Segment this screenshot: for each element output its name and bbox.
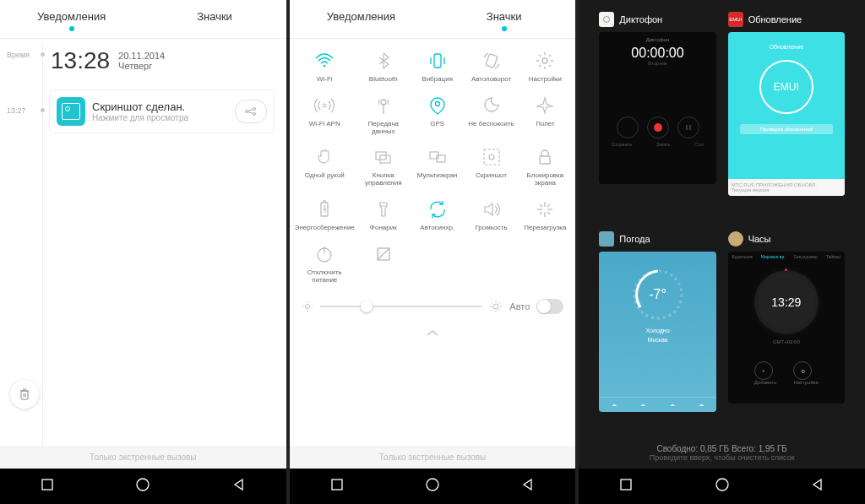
recent-app-dictaphone[interactable]: Диктофон Диктофон 00:00:00 Вторник Сохра… (599, 12, 715, 219)
svg-line-56 (499, 302, 501, 304)
back-button[interactable] (231, 477, 247, 496)
auto-brightness-switch[interactable] (536, 299, 563, 314)
toggle-label: Вибрация (422, 76, 453, 84)
toggle-theme[interactable] (356, 239, 411, 290)
toggle-label: GPS (430, 121, 444, 128)
toggle-volume[interactable]: Громкость (465, 194, 519, 237)
toggle-poweroff[interactable]: Отключить питание (293, 239, 356, 290)
recent-app-update[interactable]: EMUI Обновление Обновление EMUI Проверка… (728, 12, 845, 219)
collapse-panel-button[interactable] (290, 324, 576, 344)
swipe-hint: Проведите вверх, чтобы очистить список (579, 453, 865, 462)
home-button[interactable] (134, 476, 151, 496)
screen-notifications: Уведомления Значки Время 13:28 20.11.201… (0, 0, 286, 504)
recent-app-clock[interactable]: Часы Будильник Мировое вр. Секундомер Та… (728, 231, 845, 436)
navigation-bar (579, 469, 865, 504)
home-button[interactable] (424, 476, 441, 496)
current-time: 13:28 (51, 47, 110, 74)
toggle-powersave[interactable]: Энергосбережение (293, 194, 356, 237)
clock-icon (728, 231, 743, 247)
dnd-icon (481, 95, 502, 116)
vibrate-icon (427, 51, 448, 71)
autorotate-icon (481, 51, 502, 71)
tab-icons[interactable]: Значки (143, 0, 286, 38)
toggle-screenshot[interactable]: Скриншот (465, 142, 519, 192)
toggle-onehand[interactable]: Одной рукой (293, 142, 356, 192)
svg-point-12 (324, 65, 326, 68)
svg-line-4 (248, 112, 253, 114)
toggle-label: Энергосбережение (295, 225, 355, 232)
toggle-multiscreen[interactable]: Мультиэкран (411, 142, 465, 192)
app-name: Диктофон (619, 14, 662, 24)
add-city-button: + (754, 361, 773, 380)
share-button[interactable] (235, 100, 267, 123)
svg-point-19 (381, 100, 386, 105)
svg-point-63 (716, 479, 728, 490)
timezone: GMT+03:00 (773, 339, 800, 344)
svg-rect-62 (621, 480, 631, 490)
multiscreen-icon (427, 147, 448, 167)
record-day: Вторник (599, 61, 715, 66)
back-button[interactable] (520, 477, 536, 496)
dictaphone-icon (599, 12, 614, 27)
tab-notifications[interactable]: Уведомления (290, 0, 432, 38)
svg-line-38 (540, 212, 542, 214)
settings-icon (535, 51, 555, 71)
emui-logo: EMUI (759, 60, 813, 114)
toggle-autosync[interactable]: Автосинхр. (411, 194, 465, 237)
toggle-data[interactable]: Передача данных (356, 90, 411, 141)
toggle-airplane[interactable]: Полет (518, 90, 572, 141)
toggle-gps[interactable]: GPS (411, 90, 465, 141)
wifi-apn-icon (314, 95, 335, 116)
current-date: 20.11.2014 (118, 51, 165, 61)
toggle-control[interactable]: Кнопка управления (356, 142, 411, 192)
theme-icon (373, 244, 394, 264)
tab-notifications[interactable]: Уведомления (0, 0, 143, 38)
svg-rect-5 (21, 391, 28, 399)
navigation-bar (0, 469, 286, 504)
brightness-slider[interactable] (320, 306, 483, 307)
wifi-icon (314, 51, 335, 71)
recent-apps-button[interactable] (618, 477, 634, 496)
svg-line-36 (540, 204, 542, 207)
weather-condition: Холодно (645, 328, 669, 333)
toggle-label: Одной рукой (305, 172, 345, 180)
memory-status: Свободно: 0,85 ГБ Всего: 1,95 ГБ (579, 444, 865, 453)
toggle-label: Перезагрузка (524, 225, 566, 232)
svg-point-0 (245, 111, 248, 113)
recent-apps-button[interactable] (40, 477, 55, 496)
svg-point-43 (305, 305, 309, 309)
home-button[interactable] (714, 476, 731, 496)
screenshot-notification[interactable]: Скриншот сделан. Нажмите для просмотра (49, 89, 275, 133)
toggle-torch[interactable]: Фонарик (356, 194, 411, 237)
toggle-wifi[interactable]: Wi-Fi (293, 46, 356, 89)
svg-point-48 (493, 304, 498, 309)
toggle-settings[interactable]: Настройки (518, 46, 572, 89)
back-button[interactable] (810, 477, 825, 496)
clear-all-button[interactable] (10, 380, 39, 409)
toggle-reboot[interactable]: Перезагрузка (518, 194, 572, 237)
recent-app-weather[interactable]: Погода -7° Холодно Москва ☁☁☁☁ (599, 231, 715, 436)
app-name: Обновление (748, 14, 802, 24)
toggle-lock[interactable]: Блокировка экрана (518, 142, 572, 192)
toggle-label: Настройки (529, 76, 562, 84)
volume-icon (481, 199, 502, 219)
toggle-bluetooth[interactable]: Bluetooth (356, 46, 411, 89)
toggle-label: Wi-Fi APN (309, 121, 340, 128)
svg-rect-13 (434, 54, 441, 68)
svg-rect-28 (540, 156, 550, 164)
auto-brightness-label: Авто (509, 301, 530, 312)
toggle-label: Автосинхр. (420, 225, 454, 232)
toggle-wifi-apn[interactable]: Wi-Fi APN (293, 90, 356, 141)
torch-icon (373, 199, 394, 219)
toggle-autorotate[interactable]: Автоповорот (465, 46, 519, 89)
stop-button (677, 117, 699, 138)
emui-icon: EMUI (728, 12, 743, 27)
toggle-label: Wi-Fi (317, 76, 333, 84)
quicksettings-tabs: Уведомления Значки (290, 0, 576, 39)
toggle-vibrate[interactable]: Вибрация (411, 46, 465, 89)
toggle-label: Отключить питание (295, 269, 355, 285)
tab-icons[interactable]: Значки (432, 0, 575, 38)
recent-apps-button[interactable] (329, 477, 345, 496)
toggle-dnd[interactable]: Не беспокоить (465, 90, 519, 141)
brightness-high-icon (489, 300, 503, 313)
